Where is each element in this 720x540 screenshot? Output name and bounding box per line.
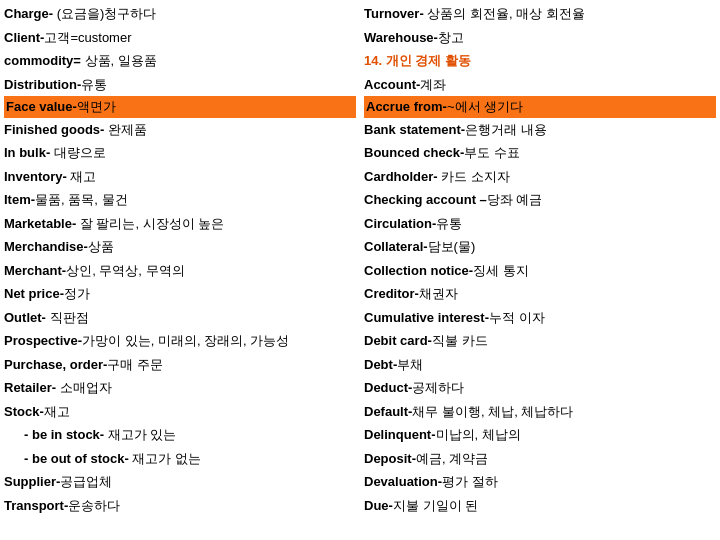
- term-label: Marketable-: [4, 216, 76, 231]
- term-definition: 물품, 품목, 물건: [35, 192, 127, 207]
- term-label: Distribution-: [4, 77, 81, 92]
- term-label: Warehouse-: [364, 30, 438, 45]
- list-item: Item-물품, 품목, 물건: [4, 188, 356, 212]
- list-item: Charge- (요금을)청구하다: [4, 2, 356, 26]
- term-label: Inventory-: [4, 169, 67, 184]
- term-definition: 소매업자: [56, 380, 112, 395]
- list-item: Finished goods- 완제품: [4, 118, 356, 142]
- term-definition: 재고: [44, 404, 70, 419]
- term-definition: 액면가: [77, 99, 116, 114]
- term-label: Supplier-: [4, 474, 60, 489]
- list-item: Merchandise-상품: [4, 235, 356, 259]
- term-label: Item-: [4, 192, 35, 207]
- term-label: Cumulative interest-: [364, 310, 489, 325]
- term-label: Creditor-: [364, 286, 419, 301]
- list-item: Bank statement-은행거래 내용: [364, 118, 716, 142]
- term-definition: 상품의 회전율, 매상 회전율: [424, 6, 585, 21]
- list-item: Net price-정가: [4, 282, 356, 306]
- term-definition: 직판점: [46, 310, 89, 325]
- term-definition: 누적 이자: [489, 310, 545, 325]
- list-item: Collateral-담보(물): [364, 235, 716, 259]
- list-item: Circulation-유통: [364, 212, 716, 236]
- list-item: Turnover- 상품의 회전율, 매상 회전율: [364, 2, 716, 26]
- term-definition: 은행거래 내용: [465, 122, 547, 137]
- list-item: Marketable- 잘 팔리는, 시장성이 높은: [4, 212, 356, 236]
- list-item: Face value-액면가: [4, 96, 356, 118]
- list-item: - be in stock- 재고가 있는: [4, 423, 356, 447]
- term-definition: 운송하다: [68, 498, 120, 513]
- list-item: Distribution-유통: [4, 73, 356, 97]
- term-label: Collateral-: [364, 239, 428, 254]
- term-definition: 공급업체: [60, 474, 112, 489]
- term-definition: 당좌 예금: [487, 192, 543, 207]
- term-definition: 공제하다: [412, 380, 464, 395]
- list-item: Debit card-직불 카드: [364, 329, 716, 353]
- list-item: Checking account –당좌 예금: [364, 188, 716, 212]
- term-label: Debt-: [364, 357, 397, 372]
- list-item: Devaluation-평가 절하: [364, 470, 716, 494]
- term-definition: ~에서 생기다: [447, 99, 523, 114]
- term-label: Accrue from-: [366, 99, 447, 114]
- right-column: Turnover- 상품의 회전율, 매상 회전율Warehouse-창고14.…: [360, 0, 720, 519]
- term-label: commodity=: [4, 53, 81, 68]
- term-label: Deposit-: [364, 451, 416, 466]
- term-definition: 잘 팔리는, 시장성이 높은: [76, 216, 224, 231]
- list-item: Delinquent-미납의, 체납의: [364, 423, 716, 447]
- term-label: Deduct-: [364, 380, 412, 395]
- list-item: Account-계좌: [364, 73, 716, 97]
- left-column: Charge- (요금을)청구하다Client-고객=customercommo…: [0, 0, 360, 519]
- list-item: Stock-재고: [4, 400, 356, 424]
- term-label: Transport-: [4, 498, 68, 513]
- term-definition: 창고: [438, 30, 464, 45]
- term-label: Turnover-: [364, 6, 424, 21]
- term-definition: 평가 절하: [442, 474, 498, 489]
- term-label: Debit card-: [364, 333, 432, 348]
- list-item: Supplier-공급업체: [4, 470, 356, 494]
- list-item: Deduct-공제하다: [364, 376, 716, 400]
- term-label: Account-: [364, 77, 420, 92]
- list-item: Retailer- 소매업자: [4, 376, 356, 400]
- term-definition: 직불 카드: [432, 333, 488, 348]
- list-item: commodity= 상품, 일용품: [4, 49, 356, 73]
- term-definition: 대량으로: [50, 145, 106, 160]
- term-label: In bulk-: [4, 145, 50, 160]
- term-label: Stock-: [4, 404, 44, 419]
- list-item: Debt-부채: [364, 353, 716, 377]
- term-label: Purchase, order-: [4, 357, 107, 372]
- term-definition: 구매 주문: [107, 357, 163, 372]
- term-label: Face value-: [6, 99, 77, 114]
- term-definition: 유통: [81, 77, 107, 92]
- term-label: Checking account –: [364, 192, 487, 207]
- list-item: Merchant-상인, 무역상, 무역의: [4, 259, 356, 283]
- term-definition: 부도 수표: [464, 145, 520, 160]
- term-definition: 지불 기일이 된: [393, 498, 478, 513]
- term-definition: 재고: [67, 169, 97, 184]
- term-definition: 상인, 무역상, 무역의: [66, 263, 184, 278]
- term-label: Due-: [364, 498, 393, 513]
- list-item: Warehouse-창고: [364, 26, 716, 50]
- term-label: Finished goods-: [4, 122, 104, 137]
- term-definition: 담보(물): [428, 239, 476, 254]
- term-label: Client-: [4, 30, 44, 45]
- term-label: Collection notice-: [364, 263, 473, 278]
- term-definition: 카드 소지자: [438, 169, 510, 184]
- term-definition: 가망이 있는, 미래의, 장래의, 가능성: [82, 333, 289, 348]
- list-item: Client-고객=customer: [4, 26, 356, 50]
- list-item: Deposit-예금, 계약금: [364, 447, 716, 471]
- term-definition: 상품: [88, 239, 114, 254]
- term-label: Default-: [364, 404, 412, 419]
- list-item: Cumulative interest-누적 이자: [364, 306, 716, 330]
- term-label: - be out of stock-: [24, 451, 129, 466]
- main-container: Charge- (요금을)청구하다Client-고객=customercommo…: [0, 0, 720, 519]
- term-label: Devaluation-: [364, 474, 442, 489]
- term-definition: 상품, 일용품: [81, 53, 157, 68]
- term-definition: 채권자: [419, 286, 458, 301]
- term-definition: 재고가 있는: [104, 427, 176, 442]
- term-label: Charge-: [4, 6, 53, 21]
- term-label: Net price-: [4, 286, 64, 301]
- list-item: Prospective-가망이 있는, 미래의, 장래의, 가능성: [4, 329, 356, 353]
- list-item: Outlet- 직판점: [4, 306, 356, 330]
- list-item: Collection notice-징세 통지: [364, 259, 716, 283]
- term-label: Merchandise-: [4, 239, 88, 254]
- list-item: Bounced check-부도 수표: [364, 141, 716, 165]
